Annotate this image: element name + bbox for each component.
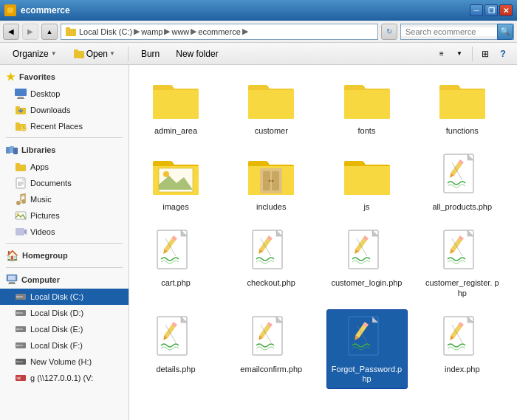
svg-rect-43 — [18, 345, 23, 346]
address-path[interactable]: Local Disk (C:) ▶ wamp ▶ www ▶ ecommerce… — [61, 24, 378, 40]
sidebar-item-local-e[interactable]: Local Disk (E:) — [0, 321, 129, 337]
minimize-button[interactable]: ─ — [470, 4, 483, 16]
svg-point-51 — [163, 171, 169, 177]
up-button[interactable]: ▲ — [41, 24, 58, 40]
libraries-header[interactable]: Libraries — [0, 141, 129, 159]
svg-rect-27 — [16, 228, 24, 235]
file-icon-cart — [152, 228, 199, 275]
view-tiles-button[interactable]: ⊞ — [477, 46, 493, 62]
sidebar-item-network-g[interactable]: ✕ g (\\127.0.0.1) (V: — [0, 370, 129, 386]
back-button[interactable]: ◀ — [3, 24, 19, 40]
svg-point-33 — [16, 296, 18, 298]
file-item-index[interactable]: index.php — [422, 309, 503, 389]
address-bar: ◀ ▶ ▲ Local Disk (C:) ▶ wamp ▶ www ▶ eco… — [0, 21, 517, 43]
local-disk-f-icon — [15, 340, 27, 351]
forward-button[interactable]: ▶ — [22, 24, 38, 40]
refresh-button[interactable]: ↻ — [381, 24, 397, 40]
file-item-emailconfirm[interactable]: emailconfirm.php — [230, 309, 312, 389]
favorites-section: ★ Favorites Desktop — [0, 68, 129, 134]
computer-section: Computer Local Disk (C:) — [0, 271, 129, 386]
sidebar-item-documents[interactable]: Documents — [0, 175, 129, 191]
sidebar-item-apps[interactable]: Apps — [0, 159, 129, 175]
svg-rect-46 — [18, 361, 23, 362]
apps-icon — [15, 161, 27, 173]
file-icon-admin_area — [152, 76, 199, 123]
file-icon-customer_login — [343, 228, 391, 275]
organize-label: Organize — [13, 49, 49, 59]
path-arrow-4: ▶ — [242, 27, 248, 36]
new-folder-button[interactable]: New folder — [169, 46, 225, 62]
file-item-all_products[interactable]: all_products.php — [422, 147, 503, 217]
app-icon — [4, 4, 16, 16]
pictures-icon — [15, 210, 27, 221]
svg-rect-40 — [18, 328, 23, 330]
file-item-forgot_password[interactable]: Forgot_Password.p hp — [326, 309, 408, 389]
file-item-images[interactable]: images — [135, 147, 216, 217]
toolbar: Organize ▼ Open ▼ Burn New folder ≡ ▼ ⊞ … — [0, 43, 517, 65]
search-input[interactable] — [401, 27, 497, 36]
svg-point-57 — [272, 180, 274, 182]
file-icon-emailconfirm — [247, 314, 295, 362]
window-title: ecommerce — [21, 5, 470, 16]
svg-rect-37 — [18, 312, 23, 314]
file-label-fonts: fonts — [358, 126, 376, 136]
music-icon — [15, 193, 27, 205]
sidebar-item-local-c[interactable]: Local Disk (C:) — [0, 289, 129, 305]
file-item-customer_login[interactable]: customer_login.php — [326, 223, 408, 303]
divider-2 — [6, 243, 123, 244]
computer-icon — [6, 274, 18, 286]
homegroup-header[interactable]: 🏠 Homegroup — [0, 247, 129, 264]
svg-rect-5 — [15, 89, 27, 96]
open-icon — [73, 48, 85, 60]
sidebar-item-new-volume[interactable]: New Volume (H:) — [0, 354, 129, 370]
open-button[interactable]: Open ▼ — [66, 45, 122, 63]
file-item-admin_area[interactable]: admin_area — [135, 71, 216, 141]
organize-arrow: ▼ — [51, 50, 57, 57]
divider-3 — [6, 267, 123, 268]
svg-rect-1 — [66, 29, 76, 36]
view-dropdown-button[interactable]: ▼ — [451, 46, 468, 62]
help-button[interactable]: ? — [495, 46, 511, 62]
svg-rect-2 — [66, 27, 70, 30]
svg-rect-31 — [8, 283, 16, 284]
computer-header[interactable]: Computer — [0, 271, 129, 289]
local-disk-e-label: Local Disk (E:) — [30, 325, 83, 334]
file-item-js[interactable]: js — [326, 147, 408, 217]
view-list-button[interactable]: ≡ — [434, 46, 450, 62]
view-controls: ≡ ▼ ⊞ ? — [434, 46, 511, 62]
file-item-fonts[interactable]: fonts — [326, 71, 408, 141]
search-button[interactable]: 🔍 — [497, 24, 513, 40]
burn-button[interactable]: Burn — [134, 46, 166, 62]
svg-point-39 — [16, 328, 18, 331]
file-item-functions[interactable]: functions — [422, 71, 503, 141]
sidebar-item-downloads[interactable]: Downloads — [0, 102, 129, 118]
file-label-details: details.php — [156, 365, 195, 374]
search-container: 🔍 — [400, 24, 514, 40]
file-icon-all_products — [439, 152, 486, 199]
file-item-checkout[interactable]: checkout.php — [230, 223, 312, 303]
file-label-forgot_password: Forgot_Password.p hp — [330, 365, 404, 384]
sidebar-item-pictures[interactable]: Pictures — [0, 207, 129, 224]
sidebar-item-videos[interactable]: Videos — [0, 224, 129, 240]
new-folder-label: New folder — [176, 49, 218, 59]
sidebar-item-desktop[interactable]: Desktop — [0, 86, 129, 102]
desktop-label: Desktop — [30, 89, 60, 98]
sidebar-item-music[interactable]: Music — [0, 191, 129, 207]
file-item-customer[interactable]: customer — [230, 71, 312, 141]
organize-button[interactable]: Organize ▼ — [6, 46, 64, 62]
svg-rect-30 — [9, 282, 15, 283]
path-segment-1: Local Disk (C:) — [79, 27, 132, 36]
close-button[interactable]: ✕ — [499, 4, 513, 16]
toolbar-separator-1 — [128, 47, 129, 61]
sidebar-item-recent[interactable]: Recent Places — [0, 118, 129, 134]
file-item-cart[interactable]: cart.php — [135, 223, 216, 303]
file-item-includes[interactable]: includes — [230, 147, 312, 217]
sidebar-item-local-f[interactable]: Local Disk (F:) — [0, 337, 129, 354]
restore-button[interactable]: ❐ — [485, 4, 498, 16]
sidebar-item-local-d[interactable]: Local Disk (D:) — [0, 305, 129, 321]
file-item-details[interactable]: details.php — [135, 309, 216, 389]
svg-rect-7 — [17, 98, 24, 99]
favorites-header[interactable]: ★ Favorites — [0, 68, 129, 86]
file-icon-includes — [247, 152, 295, 199]
file-item-customer_register[interactable]: customer_register. php — [422, 223, 503, 303]
